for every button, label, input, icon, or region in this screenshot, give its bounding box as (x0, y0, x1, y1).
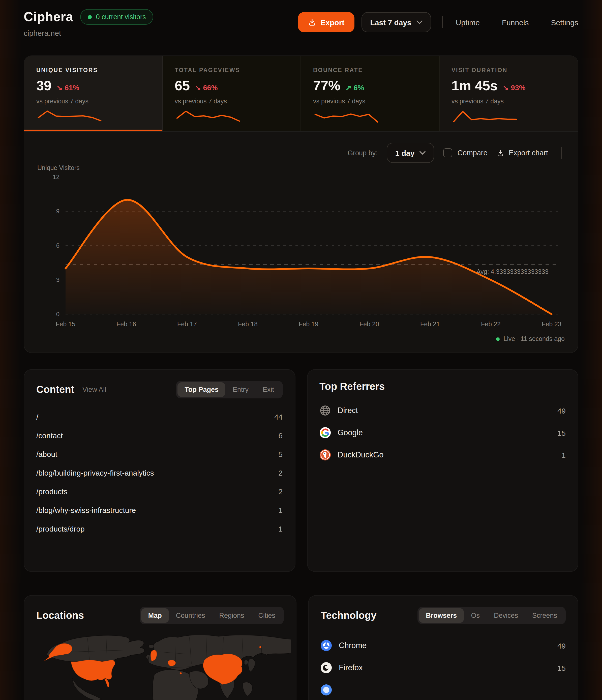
locations-card: Locations Map Countries Regions Cities (24, 595, 297, 700)
firefox-icon (321, 662, 332, 673)
header: Ciphera 0 current visitors ciphera.net E… (24, 0, 578, 47)
site-domain: ciphera.net (24, 29, 153, 37)
date-range-dropdown[interactable]: Last 7 days (361, 12, 431, 32)
referrer-name: Direct (337, 406, 358, 415)
svg-text:Feb 15: Feb 15 (56, 321, 75, 328)
page-count: 6 (278, 431, 283, 440)
stat-tab-total-pageviews[interactable]: TOTAL PAGEVIEWS 65 ↘ 66% vs previous 7 d… (162, 56, 301, 131)
list-item[interactable]: /products2 (36, 485, 283, 497)
referrer-count: 1 (561, 451, 566, 459)
stat-tab-unique-visitors[interactable]: UNIQUE VISITORS 39 ↘ 61% vs previous 7 d… (24, 56, 162, 131)
page-count: 1 (278, 524, 283, 533)
tab-countries[interactable]: Countries (169, 608, 212, 623)
export-chart-label: Export chart (509, 149, 548, 157)
view-all-link[interactable]: View All (82, 386, 106, 393)
stat-delta: ↘ 66% (195, 84, 218, 92)
svg-text:Feb 17: Feb 17 (177, 321, 197, 328)
list-item[interactable]: /blog/building-privacy-first-analytics2 (36, 467, 283, 479)
list-item-partial[interactable] (321, 683, 566, 697)
tab-top-pages[interactable]: Top Pages (177, 382, 226, 397)
tab-browsers[interactable]: Browsers (419, 608, 464, 623)
page-count: 5 (278, 450, 283, 458)
list-item[interactable]: /contact6 (36, 429, 283, 441)
svg-text:Unique Visitors: Unique Visitors (37, 164, 80, 171)
nav-settings[interactable]: Settings (551, 18, 578, 26)
list-item[interactable]: DuckDuckGo 1 (319, 448, 566, 462)
page-count: 2 (278, 468, 283, 477)
stat-tab-bounce-rate[interactable]: BOUNCE RATE 77% ↗ 6% vs previous 7 days (301, 56, 440, 131)
analytics-dashboard: Ciphera 0 current visitors ciphera.net E… (0, 0, 602, 700)
page-path: /products (36, 487, 67, 496)
content-card: Content View All Top Pages Entry Exit /4… (24, 369, 295, 572)
svg-text:12: 12 (53, 174, 59, 180)
stat-value: 39 (36, 78, 51, 94)
referrer-name: DuckDuckGo (337, 450, 384, 459)
compare-toggle[interactable]: Compare (443, 148, 487, 157)
sparkline-chart (313, 109, 380, 124)
browser-count: 49 (557, 641, 566, 650)
green-dot-icon (88, 15, 92, 19)
browser-count: 15 (557, 664, 566, 672)
list-item[interactable]: /about5 (36, 448, 283, 460)
group-by-dropdown[interactable]: 1 day (387, 143, 434, 163)
page-count: 1 (278, 506, 283, 514)
svg-text:6: 6 (56, 242, 59, 249)
stat-tabs: UNIQUE VISITORS 39 ↘ 61% vs previous 7 d… (24, 56, 578, 132)
content-title: Content (36, 384, 74, 395)
page-path: /blog/why-swiss-infrastructure (36, 506, 136, 514)
header-left: Ciphera 0 current visitors ciphera.net (24, 9, 153, 37)
svg-text:Feb 19: Feb 19 (299, 321, 318, 328)
sparkline-chart (36, 109, 103, 124)
current-visitors-label: 0 current visitors (96, 13, 146, 21)
world-map[interactable] (29, 632, 291, 700)
nav-uptime[interactable]: Uptime (456, 18, 480, 26)
referrer-count: 49 (557, 406, 566, 415)
referrers-card: Top Referrers Direct 49 (307, 369, 578, 572)
list-item[interactable]: /products/drop1 (36, 523, 283, 534)
stat-delta: ↘ 93% (503, 84, 525, 92)
browser-icon (321, 684, 332, 696)
tab-exit[interactable]: Exit (256, 382, 281, 397)
list-item[interactable]: Firefox 15 (321, 661, 566, 675)
export-chart-button[interactable]: Export chart (497, 149, 548, 157)
nav-funnels[interactable]: Funnels (502, 18, 529, 26)
stat-compare-text: vs previous 7 days (36, 98, 150, 105)
live-dot-icon (496, 337, 499, 341)
header-divider (442, 16, 443, 28)
list-item[interactable]: Direct 49 (319, 403, 566, 418)
tab-map[interactable]: Map (141, 608, 169, 623)
svg-text:3: 3 (56, 276, 59, 283)
list-item[interactable]: /blog/why-swiss-infrastructure1 (36, 504, 283, 516)
chrome-icon (321, 640, 332, 651)
chevron-down-icon (417, 20, 423, 24)
main-line-chart[interactable]: Unique Visitors036912Avg: 4.333333333333… (36, 163, 567, 330)
header-right: Export Last 7 days Uptime Funnels Settin… (298, 12, 578, 32)
referrers-list: Direct 49 Google 15 (319, 403, 566, 462)
compare-checkbox[interactable] (443, 148, 452, 157)
tab-screens[interactable]: Screens (525, 608, 564, 623)
tab-regions[interactable]: Regions (212, 608, 251, 623)
stat-compare-text: vs previous 7 days (313, 98, 427, 105)
referrer-count: 15 (557, 428, 566, 437)
browsers-list: Chrome 49 Firefox 15 (321, 639, 566, 697)
technology-card: Technology Browsers Os Devices Screens (308, 595, 578, 700)
tab-cities[interactable]: Cities (251, 608, 282, 623)
page-path: /contact (36, 431, 63, 440)
stat-compare-text: vs previous 7 days (175, 98, 289, 105)
stat-tab-visit-duration[interactable]: VISIT DURATION 1m 45s ↘ 93% vs previous … (440, 56, 578, 131)
tab-devices[interactable]: Devices (487, 608, 525, 623)
tab-entry[interactable]: Entry (226, 382, 256, 397)
page-title: Ciphera (24, 9, 73, 25)
list-item[interactable]: Chrome 49 (321, 639, 566, 653)
export-button[interactable]: Export (298, 12, 354, 32)
list-item[interactable]: /44 (36, 410, 283, 423)
list-item[interactable]: Google 15 (319, 426, 566, 440)
page-path: /products/drop (36, 524, 85, 533)
tab-os[interactable]: Os (464, 608, 487, 623)
group-by-value: 1 day (395, 149, 415, 157)
stat-compare-text: vs previous 7 days (451, 98, 566, 105)
stat-delta: ↘ 61% (56, 84, 79, 92)
compare-label: Compare (457, 149, 487, 157)
stat-label: BOUNCE RATE (313, 67, 427, 73)
svg-text:Feb 16: Feb 16 (117, 321, 136, 328)
